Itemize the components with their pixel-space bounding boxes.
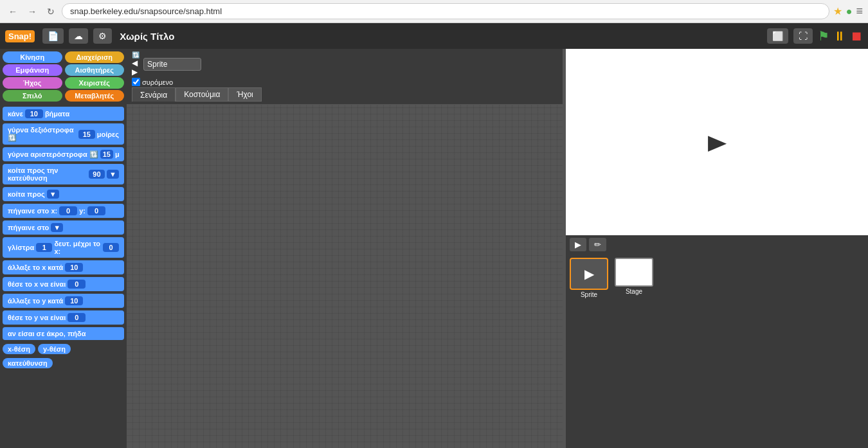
browser-bar: ← → ↻ ★ ● ≡ <box>0 0 868 23</box>
block-point-direction[interactable]: κοίτα προς την κατεύθυνση 90 ▼ <box>3 164 124 184</box>
category-row-4: Σπιλό Μεταβλητές <box>3 90 124 102</box>
cat-sound[interactable]: Ήχος <box>3 77 62 89</box>
block-glide[interactable]: γλίστρα 1 δευτ. μέχρι το x: 0 <box>3 237 124 258</box>
stop-button[interactable]: ⏹ <box>850 28 863 44</box>
fullscreen-button[interactable]: ⛶ <box>793 28 813 44</box>
draggable-row: συρόμενο <box>132 78 557 86</box>
back-button[interactable]: ← <box>5 5 21 18</box>
cloud-icon: ☁ <box>74 31 83 41</box>
tab-scripts[interactable]: Σενάρια <box>132 87 176 102</box>
reporter-row-2: κατεύθυνση <box>3 358 124 368</box>
forward-button[interactable]: → <box>24 5 40 18</box>
block-point-towards[interactable]: κοίτα προς ▼ <box>3 187 124 201</box>
script-area[interactable] <box>127 105 563 448</box>
left-panel: Κίνηση Διαχείριση Εμφάνιση Αισθητήρες Ήχ… <box>0 49 127 448</box>
snap-logo: Snap! <box>5 30 35 42</box>
reporter-y-position[interactable]: y-θέση <box>38 344 71 354</box>
cat-sensing[interactable]: Αισθητήρες <box>65 64 125 76</box>
block-turn-left[interactable]: γύρνα αριστερόστροφα 🔃 15 μ <box>3 147 124 161</box>
block-if-on-edge-bounce[interactable]: αν είσαι σε άκρο, πήδα <box>3 327 124 340</box>
sprite-icon: ▶ <box>584 266 594 282</box>
stage-size-button[interactable]: ⬜ <box>767 28 788 44</box>
reporter-x-position[interactable]: x-θέση <box>3 344 35 354</box>
draggable-label: συρόμενο <box>142 78 173 86</box>
main-layout: Κίνηση Διαχείριση Εμφάνιση Αισθητήρες Ήχ… <box>0 49 868 448</box>
app-bar: Snap! 📄 ☁ ⚙ Χωρίς Τίτλο ⬜ ⛶ ⚑ ⏸ ⏹ <box>0 23 868 49</box>
stage-sprite-arrow: ▶ <box>707 130 727 154</box>
arrow-left-icon: ◀ <box>132 58 140 67</box>
sprite-thumb-img[interactable]: ▶ <box>570 258 608 290</box>
category-row-2: Εμφάνιση Αισθητήρες <box>3 64 124 76</box>
block-go-to[interactable]: πήγαινε στο ▼ <box>3 220 124 235</box>
direction-dropdown[interactable]: ▼ <box>107 170 119 179</box>
stage-canvas[interactable]: ▶ <box>566 49 868 235</box>
menu-button[interactable]: ≡ <box>856 4 863 18</box>
cat-motion[interactable]: Κίνηση <box>3 51 62 63</box>
refresh-icon: 🔃 <box>132 51 140 58</box>
url-bar[interactable] <box>62 3 829 19</box>
arrow-right-icon: ▶ <box>132 67 140 76</box>
goto-y-input[interactable]: 0 <box>87 206 105 215</box>
sprite-mode-button[interactable]: ▶ <box>570 238 586 251</box>
block-set-x[interactable]: θέσε το x να είναι 0 <box>3 277 124 291</box>
stage-controls: ⚑ ⏸ ⏹ <box>818 28 863 44</box>
pause-button[interactable]: ⏸ <box>833 28 846 44</box>
stage-thumb-label: Stage <box>626 288 642 295</box>
project-title: Χωρίς Τίτλο <box>120 31 762 42</box>
new-file-button[interactable]: 📄 <box>42 28 64 44</box>
cat-looks[interactable]: Εμφάνιση <box>3 64 62 76</box>
sprite-tabs: Σενάρια Κοστούμια Ήχοι <box>132 87 557 102</box>
new-file-icon: 📄 <box>48 31 59 41</box>
extension-icons: ● <box>846 6 853 17</box>
cat-variables[interactable]: Μεταβλητές <box>65 90 125 102</box>
ext-icon-1: ● <box>846 6 853 17</box>
set-y-input[interactable]: 0 <box>68 313 86 322</box>
reporter-row: x-θέση y-θέση <box>3 344 124 354</box>
change-x-input[interactable]: 10 <box>65 263 83 272</box>
green-flag-button[interactable]: ⚑ <box>818 28 829 44</box>
category-row-1: Κίνηση Διαχείριση <box>3 51 124 63</box>
direction-input[interactable]: 90 <box>89 170 105 179</box>
block-change-y[interactable]: άλλαξε το y κατά 10 <box>3 294 124 308</box>
reporter-direction[interactable]: κατεύθυνση <box>3 358 53 368</box>
turn-left-input[interactable]: 15 <box>100 150 113 159</box>
cat-pen[interactable]: Σπιλό <box>3 90 62 102</box>
paint-button[interactable]: ✏ <box>589 238 606 251</box>
sprite-thumbnail-stage[interactable]: Stage <box>615 258 653 444</box>
steps-input[interactable]: 10 <box>25 109 43 118</box>
sprite-list: ▶ Sprite Stage <box>566 254 868 448</box>
change-y-input[interactable]: 10 <box>65 296 83 305</box>
center-area: 🔃 ◀ ▶ συρόμενο Σενάρια Κοστούμια Ήχοι <box>127 49 563 448</box>
category-tabs: Κίνηση Διαχείριση Εμφάνιση Αισθητήρες Ήχ… <box>0 49 127 104</box>
block-change-x[interactable]: άλλαξε το x κατά 10 <box>3 260 124 274</box>
goto-x-input[interactable]: 0 <box>59 206 77 215</box>
sprite-arrows: 🔃 ◀ ▶ <box>132 51 140 76</box>
block-move-steps[interactable]: κάνε 10 βήματα <box>3 107 124 121</box>
draggable-checkbox[interactable] <box>132 78 140 86</box>
cat-operators[interactable]: Χειριστές <box>65 77 125 89</box>
sprite-header: 🔃 ◀ ▶ συρόμενο Σενάρια Κοστούμια Ήχοι <box>127 49 563 105</box>
turn-right-input[interactable]: 15 <box>78 130 95 139</box>
sprite-name-input[interactable] <box>143 58 201 71</box>
towards-dropdown[interactable]: ▼ <box>47 190 59 199</box>
stage-toolbar: ▶ ✏ <box>566 235 868 254</box>
tab-costumes[interactable]: Κοστούμια <box>176 87 228 102</box>
tab-sounds[interactable]: Ήχοι <box>228 87 261 102</box>
cloud-button[interactable]: ☁ <box>69 28 88 44</box>
stage-thumb-img[interactable] <box>615 258 653 287</box>
goto-dropdown[interactable]: ▼ <box>51 223 63 232</box>
set-x-input[interactable]: 0 <box>68 280 86 289</box>
block-go-to-xy[interactable]: πήγαινε στο x: 0 y: 0 <box>3 204 124 218</box>
sprite-thumbnail-sprite[interactable]: ▶ Sprite <box>570 258 608 444</box>
block-turn-right[interactable]: γύρνα δεξιόστροφα 🔃 15 μοίρες <box>3 123 124 145</box>
cat-control[interactable]: Διαχείριση <box>65 51 125 63</box>
category-row-3: Ήχος Χειριστές <box>3 77 124 89</box>
settings-button[interactable]: ⚙ <box>93 28 112 44</box>
reload-button[interactable]: ↻ <box>44 5 58 18</box>
glide-x-input[interactable]: 0 <box>103 243 119 252</box>
right-panel: ▶ ▶ ✏ ▶ Sprite Stage <box>566 49 868 448</box>
block-list: κάνε 10 βήματα γύρνα δεξιόστροφα 🔃 15 μο… <box>0 104 127 448</box>
bookmark-icon[interactable]: ★ <box>833 5 842 17</box>
glide-secs-input[interactable]: 1 <box>36 243 52 252</box>
block-set-y[interactable]: θέσε το y να είναι 0 <box>3 310 124 325</box>
